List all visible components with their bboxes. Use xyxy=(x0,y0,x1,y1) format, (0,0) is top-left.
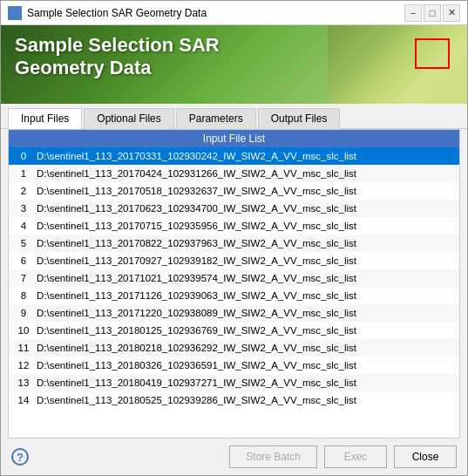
window-title: Sample Selection SAR Geometry Data xyxy=(27,7,404,19)
list-item[interactable]: 0D:\sentinel1_113_20170331_102930242_IW_… xyxy=(9,147,459,165)
row-value: D:\sentinel1_113_20170715_102935956_IW_S… xyxy=(37,221,458,231)
window-controls: − □ ✕ xyxy=(404,4,460,22)
row-index: 3 xyxy=(10,203,37,214)
row-index: 7 xyxy=(10,273,37,283)
list-item[interactable]: 4D:\sentinel1_113_20170715_102935956_IW_… xyxy=(9,217,459,235)
title-bar: Sample Selection SAR Geometry Data − □ ✕ xyxy=(1,1,467,25)
row-value: D:\sentinel1_113_20170927_102939182_IW_S… xyxy=(37,255,458,266)
row-index: 12 xyxy=(10,360,37,371)
row-value: D:\sentinel1_113_20171220_102938089_IW_S… xyxy=(37,308,458,318)
row-index: 0 xyxy=(10,151,37,161)
list-item[interactable]: 3D:\sentinel1_113_20170623_102934700_IW_… xyxy=(9,200,459,217)
list-header: Input File List xyxy=(9,130,459,147)
list-item[interactable]: 10D:\sentinel1_113_20180125_102936769_IW… xyxy=(9,322,459,339)
header-highlight-box xyxy=(415,38,450,69)
row-value: D:\sentinel1_113_20180125_102936769_IW_S… xyxy=(37,325,458,336)
list-container: 0D:\sentinel1_113_20170331_102930242_IW_… xyxy=(9,147,459,438)
row-index: 13 xyxy=(10,377,37,388)
row-index: 4 xyxy=(10,221,37,231)
list-item[interactable]: 7D:\sentinel1_113_20171021_102939574_IW_… xyxy=(9,269,459,287)
list-item[interactable]: 1D:\sentinel1_113_20170424_102931266_IW_… xyxy=(9,165,459,182)
list-item[interactable]: 9D:\sentinel1_113_20171220_102938089_IW_… xyxy=(9,304,459,322)
list-item[interactable]: 11D:\sentinel1_113_20180218_102936292_IW… xyxy=(9,339,459,357)
main-window: Sample Selection SAR Geometry Data − □ ✕… xyxy=(0,0,468,476)
row-value: D:\sentinel1_113_20180419_102937271_IW_S… xyxy=(37,377,458,388)
tab-output-files[interactable]: Output Files xyxy=(258,108,341,129)
action-buttons: Store Batch Exec Close xyxy=(229,445,457,468)
help-button[interactable]: ? xyxy=(11,448,29,466)
row-value: D:\sentinel1_113_20171021_102939574_IW_S… xyxy=(37,273,458,283)
row-index: 2 xyxy=(10,186,37,196)
row-index: 6 xyxy=(10,255,37,266)
store-batch-button[interactable]: Store Batch xyxy=(229,445,317,468)
row-value: D:\sentinel1_113_20180326_102936591_IW_S… xyxy=(37,360,458,371)
list-item[interactable]: 5D:\sentinel1_113_20170822_102937963_IW_… xyxy=(9,235,459,252)
row-index: 1 xyxy=(10,168,37,179)
content-area: Input File List 0D:\sentinel1_113_201703… xyxy=(8,129,460,439)
list-item[interactable]: 13D:\sentinel1_113_20180419_102937271_IW… xyxy=(9,374,459,391)
row-value: D:\sentinel1_113_20170822_102937963_IW_S… xyxy=(37,238,458,248)
app-icon xyxy=(8,6,22,20)
list-item[interactable]: 2D:\sentinel1_113_20170518_102932637_IW_… xyxy=(9,182,459,200)
row-index: 9 xyxy=(10,308,37,318)
minimize-button[interactable]: − xyxy=(404,4,422,22)
row-value: D:\sentinel1_113_20171126_102939063_IW_S… xyxy=(37,290,458,301)
list-item[interactable]: 14D:\sentinel1_113_20180525_102939286_IW… xyxy=(9,391,459,409)
list-item[interactable]: 12D:\sentinel1_113_20180326_102936591_IW… xyxy=(9,357,459,374)
maximize-button[interactable]: □ xyxy=(424,4,441,22)
tab-input-files[interactable]: Input Files xyxy=(8,108,82,129)
close-window-button[interactable]: ✕ xyxy=(443,4,460,22)
row-index: 14 xyxy=(10,395,37,405)
header-section: Sample Selection SAR Geometry Data xyxy=(1,25,467,104)
row-index: 10 xyxy=(10,325,37,336)
row-value: D:\sentinel1_113_20180525_102939286_IW_S… xyxy=(37,395,458,405)
row-index: 8 xyxy=(10,290,37,301)
list-item[interactable]: 8D:\sentinel1_113_20171126_102939063_IW_… xyxy=(9,287,459,304)
row-value: D:\sentinel1_113_20170424_102931266_IW_S… xyxy=(37,168,458,179)
row-index: 5 xyxy=(10,238,37,248)
file-list[interactable]: 0D:\sentinel1_113_20170331_102930242_IW_… xyxy=(9,147,459,438)
row-value: D:\sentinel1_113_20170331_102930242_IW_S… xyxy=(37,151,458,161)
row-value: D:\sentinel1_113_20180218_102936292_IW_S… xyxy=(37,343,458,353)
app-title: Sample Selection SAR Geometry Data xyxy=(15,34,220,80)
tab-parameters[interactable]: Parameters xyxy=(176,108,256,129)
list-item[interactable]: 6D:\sentinel1_113_20170927_102939182_IW_… xyxy=(9,252,459,269)
tab-optional-files[interactable]: Optional Files xyxy=(84,108,173,129)
tabs-row: Input Files Optional Files Parameters Ou… xyxy=(1,104,467,129)
bottom-bar: ? Store Batch Exec Close xyxy=(1,439,467,475)
row-value: D:\sentinel1_113_20170518_102932637_IW_S… xyxy=(37,186,458,196)
row-index: 11 xyxy=(10,343,37,353)
exec-button[interactable]: Exec xyxy=(324,445,387,468)
row-value: D:\sentinel1_113_20170623_102934700_IW_S… xyxy=(37,203,458,214)
close-button[interactable]: Close xyxy=(394,445,457,468)
